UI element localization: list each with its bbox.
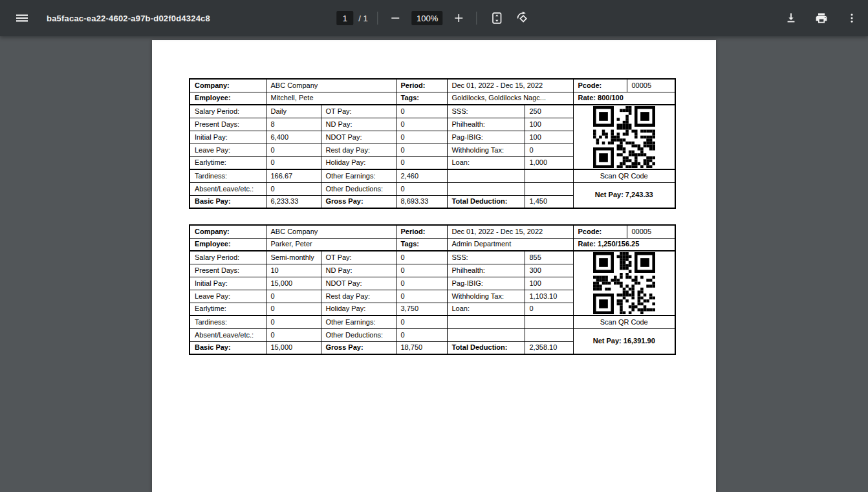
qr-caption: Scan QR Code xyxy=(573,316,675,328)
more-options-button[interactable] xyxy=(843,10,860,27)
field-value: 3,750 xyxy=(396,303,447,316)
field-label: Leave Pay: xyxy=(190,144,266,156)
field-label: OT Pay: xyxy=(321,105,396,118)
pcode-label: Pcode: xyxy=(573,79,627,92)
field-label: Holiday Pay: xyxy=(321,303,396,316)
menu-button[interactable] xyxy=(14,10,30,27)
qr-code xyxy=(593,133,655,140)
field-label: Rest day Pay: xyxy=(321,144,396,156)
field-value: 6,400 xyxy=(266,131,321,144)
field-value: 6,233.33 xyxy=(266,195,321,208)
field-label: Earlytime: xyxy=(190,156,266,169)
field-value: 0 xyxy=(266,328,321,341)
field-label: Salary Period: xyxy=(190,251,266,264)
qr-caption: Scan QR Code xyxy=(573,169,675,182)
document-title: ba5facac-ea22-4602-a97b-d02f0d4324c8 xyxy=(47,14,210,23)
period-label: Period: xyxy=(396,79,447,92)
company-value: ABC Company xyxy=(266,225,396,238)
print-icon xyxy=(815,12,828,25)
field-label: Present Days: xyxy=(190,264,266,277)
tags-label: Tags: xyxy=(396,238,447,251)
field-label: Philhealth: xyxy=(447,118,525,131)
field-label: Withholding Tax: xyxy=(447,290,525,303)
field-value: 15,000 xyxy=(266,341,321,354)
field-label: Basic Pay: xyxy=(190,341,266,354)
pcode-value: 00005 xyxy=(627,79,675,92)
field-value: 100 xyxy=(525,277,573,290)
pcode-label: Pcode: xyxy=(573,225,627,238)
field-value xyxy=(525,182,573,195)
tags-label: Tags: xyxy=(396,92,447,105)
field-value: 300 xyxy=(525,264,573,277)
field-label: Loan: xyxy=(447,303,525,316)
employee-label: Employee: xyxy=(190,92,266,105)
field-value: 0 xyxy=(396,118,447,131)
field-value: 0 xyxy=(266,303,321,316)
field-label: Holiday Pay: xyxy=(321,156,396,169)
period-value: Dec 01, 2022 - Dec 15, 2022 xyxy=(447,225,573,238)
menu-icon xyxy=(14,10,30,26)
field-value: 0 xyxy=(396,131,447,144)
page-count: / 1 xyxy=(358,14,367,23)
field-value: 0 xyxy=(396,328,447,341)
field-label xyxy=(447,169,525,182)
payslip-table-1: Company: ABC Company Period: Dec 01, 202… xyxy=(189,78,676,209)
field-value: 855 xyxy=(525,251,573,264)
rate-value: Rate: 1,250/156.25 xyxy=(573,238,675,251)
company-value: ABC Company xyxy=(266,79,396,92)
field-value: 1,103.10 xyxy=(525,290,573,303)
field-value: 0 xyxy=(525,144,573,156)
field-value: Daily xyxy=(266,105,321,118)
field-value xyxy=(525,169,573,182)
zoom-in-button[interactable] xyxy=(451,10,468,27)
net-pay-value: Net Pay: 7,243.33 xyxy=(573,182,675,208)
field-label: Total Deduction: xyxy=(447,341,525,354)
field-value: 8 xyxy=(266,118,321,131)
print-button[interactable] xyxy=(813,10,830,27)
field-label: Basic Pay: xyxy=(190,195,266,208)
pcode-value: 00005 xyxy=(627,225,675,238)
field-value: 0 xyxy=(396,156,447,169)
field-label: ND Pay: xyxy=(321,264,396,277)
field-label: ND Pay: xyxy=(321,118,396,131)
field-label: Initial Pay: xyxy=(190,277,266,290)
rotate-button[interactable] xyxy=(515,10,532,27)
field-label: Pag-IBIG: xyxy=(447,277,525,290)
company-label: Company: xyxy=(190,79,266,92)
toolbar-separator xyxy=(477,12,477,25)
field-label: Salary Period: xyxy=(190,105,266,118)
field-label: Earlytime: xyxy=(190,303,266,316)
field-label xyxy=(447,182,525,195)
download-button[interactable] xyxy=(783,10,799,27)
download-icon xyxy=(785,12,797,25)
qr-code xyxy=(593,279,655,286)
field-value: 166.67 xyxy=(266,169,321,182)
page-number-input[interactable] xyxy=(336,11,353,25)
field-value: Semi-monthly xyxy=(266,251,321,264)
field-label: Initial Pay: xyxy=(190,131,266,144)
field-value: 0 xyxy=(525,303,573,316)
payslip-table-2: Company: ABC Company Period: Dec 01, 202… xyxy=(189,224,676,355)
field-value: 0 xyxy=(396,290,447,303)
zoom-out-button[interactable] xyxy=(387,10,404,27)
field-value: 0 xyxy=(266,182,321,195)
field-value: 2,460 xyxy=(396,169,447,182)
field-label: NDOT Pay: xyxy=(321,277,396,290)
field-value: 0 xyxy=(266,144,321,156)
field-value: 0 xyxy=(396,251,447,264)
field-value xyxy=(525,328,573,341)
pdf-page: Company: ABC Company Period: Dec 01, 202… xyxy=(152,40,716,492)
toolbar-separator xyxy=(378,12,378,25)
field-label: Total Deduction: xyxy=(447,195,525,208)
field-label xyxy=(447,316,525,328)
field-label: Gross Pay: xyxy=(321,341,396,354)
field-value: 0 xyxy=(396,264,447,277)
fit-page-button[interactable] xyxy=(489,10,506,27)
field-value: 100 xyxy=(525,118,573,131)
field-label: NDOT Pay: xyxy=(321,131,396,144)
tags-value: Goldilocks, Goldilocks Nagc... xyxy=(447,92,573,105)
field-label: Philhealth: xyxy=(447,264,525,277)
field-label: Gross Pay: xyxy=(321,195,396,208)
field-value: 18,750 xyxy=(396,341,447,354)
field-label: SSS: xyxy=(447,105,525,118)
